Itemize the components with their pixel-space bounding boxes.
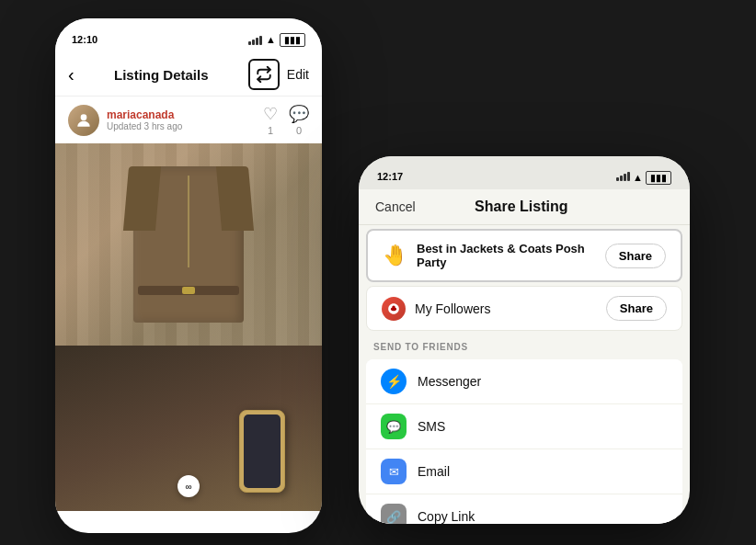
sms-option[interactable]: 💬 SMS bbox=[366, 404, 682, 449]
jacket-photo-2: ∞ bbox=[55, 346, 322, 511]
followers-share-button[interactable]: Share bbox=[606, 296, 667, 321]
user-row: mariacanada Updated 3 hrs ago ♡ 1 💬 0 bbox=[55, 97, 322, 143]
messenger-icon: ⚡ bbox=[381, 369, 407, 394]
copy-link-label: Copy Link bbox=[418, 509, 475, 524]
likes-count: 1 bbox=[268, 125, 273, 136]
send-to-friends-label: SEND TO FRIENDS bbox=[359, 335, 690, 356]
comment-icon: 💬 bbox=[289, 104, 309, 124]
share-header: Cancel Share Listing bbox=[359, 189, 690, 225]
status-icons-front: ▲ ▮▮▮ bbox=[616, 170, 671, 183]
listing-header: ‹ Listing Details Edit bbox=[55, 53, 322, 97]
wifi-icon-front: ▲ bbox=[633, 172, 643, 183]
followers-icon bbox=[382, 297, 406, 321]
jacket-art bbox=[55, 143, 322, 346]
party-hand-icon: 🤚 bbox=[383, 244, 407, 267]
copy-link-icon: 🔗 bbox=[381, 504, 407, 524]
header-actions: Edit bbox=[248, 59, 309, 90]
signal-icon bbox=[248, 34, 262, 45]
cancel-button[interactable]: Cancel bbox=[375, 199, 416, 214]
status-bar-back: 12:10 ▲ ▮▮▮ bbox=[55, 18, 322, 53]
messenger-label: Messenger bbox=[418, 374, 481, 389]
battery-icon-front: ▮▮▮ bbox=[646, 171, 671, 185]
battery-icon: ▮▮▮ bbox=[280, 33, 305, 47]
status-icons-back: ▲ ▮▮▮ bbox=[248, 33, 305, 47]
email-option[interactable]: ✉ Email bbox=[366, 449, 682, 494]
edit-button[interactable]: Edit bbox=[287, 67, 309, 82]
user-actions: ♡ 1 💬 0 bbox=[263, 104, 309, 136]
time-front: 12:17 bbox=[377, 171, 403, 182]
wifi-icon: ▲ bbox=[266, 34, 276, 45]
share-listing-phone: 12:17 ▲ ▮▮▮ Cancel Share Listing 🤚 Best … bbox=[359, 156, 690, 524]
email-icon: ✉ bbox=[381, 459, 407, 484]
back-button[interactable]: ‹ bbox=[68, 64, 74, 85]
username: mariacanada bbox=[107, 108, 182, 121]
sms-label: SMS bbox=[418, 419, 445, 434]
time-back: 12:10 bbox=[72, 34, 97, 45]
listing-details-phone: 12:10 ▲ ▮▮▮ ‹ Listing Details bbox=[55, 18, 322, 533]
header-title: Listing Details bbox=[114, 67, 209, 83]
followers-row[interactable]: My Followers Share bbox=[366, 286, 682, 331]
popsocket: ∞ bbox=[178, 475, 200, 497]
user-info: mariacanada Updated 3 hrs ago bbox=[107, 108, 182, 131]
messenger-option[interactable]: ⚡ Messenger bbox=[366, 359, 682, 404]
svg-point-0 bbox=[81, 114, 87, 120]
comments-action[interactable]: 💬 0 bbox=[289, 104, 309, 136]
updated-time: Updated 3 hrs ago bbox=[107, 121, 182, 131]
heart-icon: ♡ bbox=[263, 104, 278, 124]
send-options-block: ⚡ Messenger 💬 SMS ✉ Email 🔗 Copy Link bbox=[366, 359, 682, 524]
status-bar-front: 12:17 ▲ ▮▮▮ bbox=[359, 156, 690, 189]
followers-label: My Followers bbox=[415, 301, 597, 316]
copy-link-option[interactable]: 🔗 Copy Link bbox=[366, 494, 682, 524]
party-share-button[interactable]: Share bbox=[605, 244, 666, 268]
party-row[interactable]: 🤚 Best in Jackets & Coats Posh Party Sha… bbox=[366, 229, 682, 282]
phone-in-hand bbox=[239, 410, 285, 493]
comments-count: 0 bbox=[296, 125, 302, 136]
signal-icon-front bbox=[616, 170, 630, 181]
email-label: Email bbox=[418, 464, 450, 479]
jacket-photo-1 bbox=[55, 143, 322, 346]
relist-button[interactable] bbox=[248, 59, 280, 90]
share-title: Share Listing bbox=[475, 199, 567, 215]
likes-action[interactable]: ♡ 1 bbox=[263, 104, 278, 136]
party-label: Best in Jackets & Coats Posh Party bbox=[417, 242, 596, 269]
sms-icon: 💬 bbox=[381, 414, 407, 439]
avatar bbox=[68, 105, 99, 136]
